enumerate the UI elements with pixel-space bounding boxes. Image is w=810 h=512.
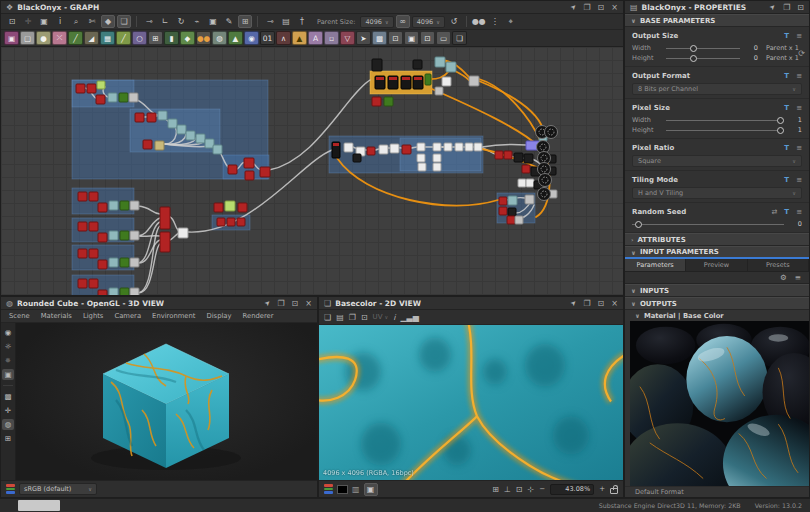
node-type-icon[interactable]: ❏: [452, 31, 467, 45]
graph-node[interactable]: [214, 203, 223, 212]
toolbar-icon[interactable]: ▣: [206, 15, 220, 28]
expose-icon[interactable]: T: [784, 104, 789, 112]
toolbar-icon[interactable]: †: [295, 15, 309, 28]
gear-icon[interactable]: ⚙: [780, 273, 787, 282]
graph-node[interactable]: [89, 222, 98, 231]
node-type-icon[interactable]: ∧: [276, 31, 291, 45]
node-type-icon[interactable]: ▩: [372, 31, 387, 45]
graph-node[interactable]: [526, 179, 534, 187]
graph-node[interactable]: [524, 154, 533, 163]
view2d-bottom-icon[interactable]: ⊡: [516, 485, 523, 494]
graph-canvas[interactable]: [1, 47, 623, 295]
image-mode-icon[interactable]: ▣: [364, 483, 378, 496]
graph-node[interactable]: [158, 111, 167, 120]
graph-node[interactable]: [499, 207, 507, 215]
graph-node[interactable]: [119, 93, 128, 102]
graph-node[interactable]: [433, 154, 441, 162]
node-type-icon[interactable]: ◉: [244, 31, 259, 45]
view3d-side-icon[interactable]: ✸: [2, 355, 14, 366]
graph-node[interactable]: [120, 288, 129, 295]
menu-camera[interactable]: Camera: [114, 312, 141, 320]
output-material-row[interactable]: ∨ Material | Base Color: [625, 310, 809, 321]
zoom-out-icon[interactable]: −: [539, 485, 545, 493]
node-type-icon[interactable]: ▲: [292, 31, 307, 45]
view3d-side-icon[interactable]: ⊞: [2, 433, 14, 444]
toolbar-icon[interactable]: ✄: [85, 15, 99, 28]
graph-node[interactable]: [109, 258, 118, 267]
view3d-side-icon[interactable]: ▩: [2, 391, 14, 402]
graph-node[interactable]: [514, 153, 523, 162]
graph-node[interactable]: [353, 154, 361, 162]
node-type-icon[interactable]: ●●: [196, 31, 211, 45]
tab-parameters[interactable]: Parameters: [625, 259, 686, 271]
expose-icon[interactable]: T: [784, 32, 789, 40]
shuffle-icon[interactable]: ⇄: [771, 208, 777, 216]
graph-node[interactable]: [402, 145, 411, 154]
graph-node[interactable]: [417, 143, 425, 151]
view3d-side-icon[interactable]: ☼: [2, 341, 14, 352]
graph-node[interactable]: [120, 258, 129, 267]
graph-node[interactable]: [515, 216, 523, 224]
graph-node[interactable]: [129, 93, 138, 102]
view3d-side-icon[interactable]: ◍: [2, 419, 14, 430]
graph-node[interactable]: [372, 97, 381, 106]
menu-materials[interactable]: Materials: [41, 312, 72, 320]
node-type-icon[interactable]: ▽: [340, 31, 355, 45]
toolbar-icon[interactable]: ⋮: [488, 15, 502, 28]
graph-node[interactable]: [196, 134, 205, 143]
info-icon[interactable]: i: [393, 313, 395, 322]
node-type-icon[interactable]: ▣: [404, 31, 419, 45]
graph-node[interactable]: [469, 76, 479, 86]
expose-icon[interactable]: T: [784, 208, 789, 216]
color-management-icon[interactable]: [324, 484, 333, 494]
graph-node[interactable]: [177, 125, 186, 134]
param-menu-icon[interactable]: ≡: [796, 176, 802, 184]
toolbar-icon[interactable]: ⊡: [5, 15, 19, 28]
graph-node[interactable]: [367, 147, 375, 155]
node-type-icon[interactable]: 01: [260, 31, 275, 45]
node-type-icon[interactable]: ◆: [180, 31, 195, 45]
node-type-icon[interactable]: ➤: [356, 31, 371, 45]
graph-node[interactable]: [98, 203, 107, 212]
graph-node[interactable]: [135, 113, 144, 122]
expose-icon[interactable]: T: [784, 144, 789, 152]
view3d-side-icon[interactable]: ✛: [2, 405, 14, 416]
graph-node[interactable]: [78, 249, 87, 258]
graph-node[interactable]: [160, 207, 170, 229]
section-input-parameters[interactable]: ∨INPUT PARAMETERS: [625, 246, 809, 259]
graph-node[interactable]: [130, 201, 139, 210]
list-icon[interactable]: ≡: [795, 273, 801, 282]
menu-environment[interactable]: Environment: [152, 312, 195, 320]
graph-node[interactable]: [418, 163, 426, 171]
pixel-ratio-dropdown[interactable]: Square∨: [632, 155, 802, 167]
graph-node[interactable]: [518, 179, 526, 187]
close-icon[interactable]: ×: [611, 3, 618, 12]
size-reset-icon[interactable]: ↺: [447, 15, 461, 28]
graph-node[interactable]: [499, 197, 507, 205]
graph-node[interactable]: [417, 154, 425, 162]
graph-node[interactable]: [245, 171, 254, 180]
colorspace-select[interactable]: sRGB (default)∨: [19, 483, 97, 495]
menu-display[interactable]: Display: [207, 312, 232, 320]
view3d-side-icon[interactable]: ▣: [2, 369, 14, 380]
uv-dropdown[interactable]: UV∨: [373, 313, 389, 321]
graph-node[interactable]: [227, 218, 235, 226]
graph-node[interactable]: [78, 279, 87, 288]
graph-node[interactable]: [155, 141, 164, 150]
statusbar-popup[interactable]: [18, 500, 60, 511]
output-preview[interactable]: ❒ Always on top enabled CTRL+SHIFT+A: [630, 321, 809, 486]
graph-node[interactable]: [442, 77, 451, 86]
graph-node[interactable]: [455, 143, 463, 151]
output-node-badge[interactable]: [539, 174, 552, 187]
graph-node[interactable]: [130, 258, 139, 267]
zoom-lock-icon[interactable]: [610, 488, 618, 494]
graph-node[interactable]: [217, 218, 225, 226]
graph-node[interactable]: [379, 145, 388, 154]
toolbar-icon[interactable]: ⊞: [238, 15, 252, 28]
float-icon[interactable]: ❐: [783, 3, 790, 12]
graph-node[interactable]: [444, 143, 452, 151]
section-attributes[interactable]: ›ATTRIBUTES: [625, 233, 809, 246]
graph-node[interactable]: [89, 249, 98, 258]
channels-icon[interactable]: ▥: [352, 485, 360, 494]
menu-renderer[interactable]: Renderer: [243, 312, 274, 320]
